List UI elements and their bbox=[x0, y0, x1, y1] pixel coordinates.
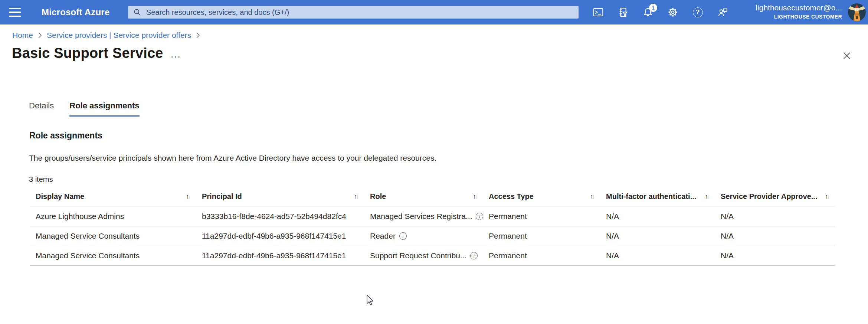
sort-arrows-icon: ↑↓ bbox=[825, 193, 830, 200]
cell-role: Managed Services Registra... i bbox=[364, 212, 483, 221]
column-header-mfa[interactable]: Multi-factor authenticati... ↑↓ bbox=[600, 192, 715, 201]
cell-principal-id: 11a297dd-edbf-49b6-a935-968f147415e1 bbox=[196, 232, 364, 240]
cell-access-type: Permanent bbox=[483, 232, 600, 240]
tab-details[interactable]: Details bbox=[29, 101, 54, 117]
search-input[interactable] bbox=[146, 8, 573, 17]
breadcrumb: Home Service providers | Service provide… bbox=[12, 31, 200, 40]
section-description: The groups/users/service principals show… bbox=[29, 154, 436, 163]
table-row[interactable]: Azure Lighthouse Admins b3333b16-f8de-46… bbox=[30, 207, 835, 226]
sort-arrows-icon: ↑↓ bbox=[473, 193, 478, 200]
mouse-cursor-icon bbox=[366, 294, 376, 308]
column-header-role[interactable]: Role ↑↓ bbox=[364, 192, 483, 201]
sort-arrows-icon: ↑↓ bbox=[590, 193, 595, 200]
sort-arrows-icon: ↑↓ bbox=[354, 193, 359, 200]
section-heading: Role assignments bbox=[29, 131, 102, 141]
table-row[interactable]: Managed Service Consultants 11a297dd-edb… bbox=[30, 226, 835, 246]
close-icon[interactable] bbox=[841, 50, 853, 62]
breadcrumb-link-home[interactable]: Home bbox=[12, 31, 33, 40]
table-header-row: Display Name ↑↓ Principal Id ↑↓ Role ↑↓ … bbox=[30, 187, 835, 207]
lighthouse-avatar-icon bbox=[848, 3, 866, 21]
more-options-icon[interactable]: ... bbox=[171, 49, 181, 60]
avatar[interactable] bbox=[848, 3, 866, 21]
cell-mfa: N/A bbox=[600, 212, 715, 221]
tab-role-assignments[interactable]: Role assignments bbox=[69, 101, 139, 117]
column-header-principal-id[interactable]: Principal Id ↑↓ bbox=[196, 192, 364, 201]
hamburger-menu-icon[interactable] bbox=[9, 8, 21, 17]
column-header-access-type[interactable]: Access Type ↑↓ bbox=[483, 192, 600, 201]
chevron-right-icon bbox=[38, 32, 42, 39]
breadcrumb-link-service-providers[interactable]: Service providers | Service provider off… bbox=[47, 31, 191, 40]
settings-gear-icon[interactable] bbox=[668, 7, 678, 17]
azure-brand-logo[interactable]: Microsoft Azure bbox=[42, 0, 109, 24]
items-count: 3 items bbox=[29, 175, 53, 184]
feedback-icon[interactable] bbox=[717, 7, 728, 17]
account-tenant: LIGHTHOUSE CUSTOMER bbox=[756, 14, 842, 20]
cell-display-name: Managed Service Consultants bbox=[30, 232, 196, 240]
directory-filter-icon[interactable] bbox=[618, 7, 628, 17]
cloud-shell-icon[interactable] bbox=[593, 7, 603, 17]
column-header-display-name[interactable]: Display Name ↑↓ bbox=[30, 192, 196, 201]
cell-display-name: Azure Lighthouse Admins bbox=[30, 212, 196, 221]
cell-principal-id: 11a297dd-edbf-49b6-a935-968f147415e1 bbox=[196, 251, 364, 260]
cell-display-name: Managed Service Consultants bbox=[30, 251, 196, 260]
top-navigation-bar: Microsoft Azure 1 ? lighthousecustomer@o… bbox=[0, 0, 868, 24]
cell-service-provider-approval: N/A bbox=[715, 212, 835, 221]
cell-principal-id: b3333b16-f8de-4624-ad57-52b494d82fc4 bbox=[196, 212, 364, 221]
cell-access-type: Permanent bbox=[483, 212, 600, 221]
cell-service-provider-approval: N/A bbox=[715, 232, 835, 240]
topbar-icon-group: 1 ? bbox=[593, 0, 728, 24]
info-icon[interactable]: i bbox=[476, 213, 483, 220]
page-title: Basic Support Service bbox=[12, 45, 163, 61]
cell-access-type: Permanent bbox=[483, 251, 600, 260]
global-search-box[interactable] bbox=[128, 6, 579, 19]
cell-service-provider-approval: N/A bbox=[715, 251, 835, 260]
sort-arrows-icon: ↑↓ bbox=[186, 193, 191, 200]
pivot-tabs: Details Role assignments bbox=[29, 101, 140, 117]
table-row[interactable]: Managed Service Consultants 11a297dd-edb… bbox=[30, 246, 835, 266]
help-icon[interactable]: ? bbox=[692, 7, 703, 17]
chevron-right-icon bbox=[196, 32, 200, 39]
role-assignments-table: Display Name ↑↓ Principal Id ↑↓ Role ↑↓ … bbox=[30, 187, 835, 266]
cell-role: Reader i bbox=[364, 232, 483, 240]
notification-count-badge: 1 bbox=[649, 4, 657, 12]
sort-arrows-icon: ↑↓ bbox=[705, 193, 710, 200]
info-icon[interactable]: i bbox=[399, 232, 407, 240]
cell-mfa: N/A bbox=[600, 251, 715, 260]
account-menu[interactable]: lighthousecustomer@o... LIGHTHOUSE CUSTO… bbox=[756, 3, 842, 20]
notifications-bell-icon[interactable]: 1 bbox=[643, 7, 653, 17]
cell-role: Support Request Contribu... i bbox=[364, 251, 483, 260]
cell-mfa: N/A bbox=[600, 232, 715, 240]
account-email: lighthousecustomer@o... bbox=[756, 3, 842, 12]
search-icon bbox=[133, 8, 141, 16]
column-header-service-provider-approval[interactable]: Service Provider Approve... ↑↓ bbox=[715, 192, 835, 201]
info-icon[interactable]: i bbox=[470, 252, 478, 259]
